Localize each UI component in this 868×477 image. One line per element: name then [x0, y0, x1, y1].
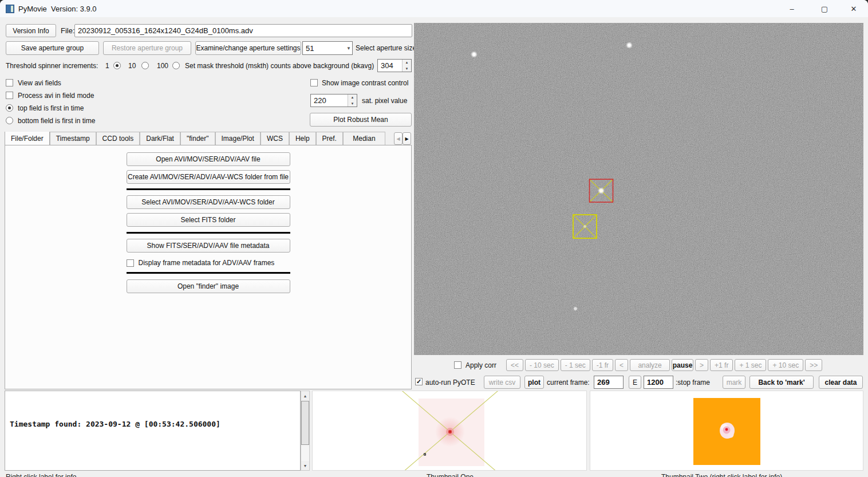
process-avi-field-mode-label: Process avi in field mode — [18, 89, 94, 102]
jump-end-button[interactable]: >> — [805, 359, 822, 371]
examine-aperture-settings-button[interactable]: Examine/change aperture settings — [195, 41, 301, 55]
increment-1-label: 1 — [105, 59, 109, 72]
image-view[interactable] — [414, 23, 863, 355]
process-avi-field-mode-checkbox[interactable] — [6, 92, 13, 99]
increment-10-radio[interactable] — [141, 62, 149, 69]
analyze-button[interactable]: analyze — [630, 359, 670, 371]
restore-aperture-group-button[interactable]: Restore aperture group — [103, 41, 191, 55]
jump-start-button[interactable]: << — [506, 359, 523, 371]
log-line: Timestamp found: 2023-09-12 @ [00:53:42.… — [10, 466, 220, 471]
tab-timestamp[interactable]: Timestamp — [50, 132, 96, 145]
scroll-down-icon[interactable]: ▼ — [301, 461, 309, 470]
open-finder-image-button[interactable]: Open "finder" image — [127, 279, 290, 293]
window-title: PyMovie Version: 3.9.0 — [18, 0, 97, 17]
aperture-size-label: Select aperture size — [356, 41, 416, 55]
display-frame-metadata-row: Display frame metadata for ADV/AAV frame… — [127, 259, 290, 267]
scroll-up-icon[interactable]: ▲ — [301, 391, 309, 400]
file-input[interactable]: 20230912_005316_1624x1240_G24dB_0100ms.a… — [74, 24, 412, 37]
tab-scroll-left-icon[interactable]: ◀ — [394, 132, 403, 145]
auto-run-pyote-checkbox[interactable]: ✓ — [415, 378, 423, 385]
scrollbar-thumb[interactable] — [301, 401, 309, 445]
sat-pixel-spinner[interactable]: 220 ▲▼ — [310, 94, 357, 107]
threshold-increments-label: Threshold spinner increments: — [6, 59, 98, 72]
display-frame-metadata-checkbox[interactable] — [127, 259, 134, 267]
increment-1-radio[interactable] — [113, 62, 121, 69]
app-icon — [6, 5, 14, 13]
separator — [127, 232, 290, 234]
file-folder-panel: Open AVI/MOV/SER/ADV/AAV file Create AVI… — [5, 145, 412, 389]
increment-100-radio[interactable] — [172, 62, 180, 69]
tab-median[interactable]: Median — [343, 132, 385, 145]
aperture-size-select[interactable]: 51 ▼ — [302, 41, 353, 55]
back-to-mark-button[interactable]: Back to 'mark' — [749, 376, 814, 389]
auto-run-pyote-label: auto-run PyOTE — [425, 376, 475, 389]
plot-robust-mean-button[interactable]: Plot Robust Mean — [310, 113, 412, 127]
tab-file-folder[interactable]: File/Folder — [5, 132, 50, 145]
mark-button[interactable]: mark — [723, 376, 745, 389]
increment-100-label: 100 — [157, 59, 168, 72]
star — [471, 51, 478, 58]
chevron-down-icon: ▼ — [346, 46, 351, 51]
thumbnail-one[interactable] — [312, 391, 587, 471]
stop-frame-field[interactable]: 1200 — [644, 376, 673, 389]
log-scrollbar[interactable]: ▲ ▼ — [301, 391, 310, 471]
tab-ccd-tools[interactable]: CCD tools — [96, 132, 140, 145]
tab-wcs[interactable]: WCS — [261, 132, 289, 145]
log-lines: Timestamp found: 2023-09-12 @ [00:53:42.… — [10, 391, 220, 471]
tab-dark-flat[interactable]: Dark/Flat — [140, 132, 180, 145]
create-wcs-folder-button[interactable]: Create AVI/MOV/SER/ADV/AAV-WCS folder fr… — [127, 170, 290, 184]
fwd-10sec-button[interactable]: + 10 sec — [768, 359, 803, 371]
log-panel[interactable]: Timestamp found: 2023-09-12 @ [00:53:42.… — [5, 391, 301, 471]
select-wcs-folder-button[interactable]: Select AVI/MOV/SER/ADV/AAV-WCS folder — [127, 195, 290, 209]
thumbnail-two[interactable] — [590, 391, 863, 471]
step-back-button[interactable]: < — [615, 359, 628, 371]
e-button[interactable]: E — [629, 376, 641, 389]
star-center — [449, 431, 451, 433]
maximize-button[interactable]: ▢ — [811, 0, 838, 17]
pause-button[interactable]: pause — [672, 359, 693, 371]
mask-blob-core — [725, 428, 728, 431]
apply-corr-checkbox[interactable] — [454, 361, 461, 369]
back-10sec-button[interactable]: - 10 sec — [525, 359, 559, 371]
mask-threshold-spinner[interactable]: 304 ▲▼ — [377, 59, 412, 72]
show-contrast-control-checkbox[interactable] — [310, 79, 318, 86]
version-info-button[interactable]: Version Info — [6, 24, 56, 37]
tab-scroll-right-icon[interactable]: ▶ — [403, 132, 411, 145]
open-avi-file-button[interactable]: Open AVI/MOV/SER/ADV/AAV file — [127, 152, 290, 166]
spin-down-icon: ▼ — [348, 101, 357, 107]
clear-data-button[interactable]: clear data — [819, 376, 863, 389]
fwd-1sec-button[interactable]: + 1 sec — [735, 359, 766, 371]
select-fits-folder-button[interactable]: Select FITS folder — [127, 213, 290, 227]
tab-image-plot[interactable]: Image/Plot — [215, 132, 261, 145]
top-field-first-label: top field is first in time — [18, 101, 84, 115]
save-aperture-group-button[interactable]: Save aperture group — [6, 41, 99, 55]
back-1sec-button[interactable]: - 1 sec — [561, 359, 590, 371]
title-bar: PyMovie Version: 3.9.0 – ▢ ✕ — [0, 0, 868, 17]
apply-corr-label: Apply corr — [465, 359, 496, 371]
minimize-button[interactable]: – — [779, 0, 805, 17]
close-button[interactable]: ✕ — [841, 0, 867, 17]
faint-star — [520, 206, 523, 208]
log-line: Timestamp found: 2023-09-12 @ [00:53:42.… — [10, 416, 220, 432]
write-csv-button[interactable]: write csv — [484, 376, 520, 389]
star — [573, 306, 578, 311]
show-contrast-control-label: Show image contrast control — [322, 76, 408, 89]
fwd-1frame-button[interactable]: +1 fr — [710, 359, 733, 371]
bottom-field-first-label: bottom field is first in time — [18, 114, 95, 127]
back-1frame-button[interactable]: -1 fr — [592, 359, 613, 371]
step-forward-button[interactable]: > — [695, 359, 708, 371]
tab-bar: File/Folder Timestamp CCD tools Dark/Fla… — [5, 132, 394, 145]
current-frame-field[interactable]: 269 — [594, 376, 624, 389]
tab-help[interactable]: Help — [289, 132, 316, 145]
tab-pref[interactable]: Pref. — [316, 132, 343, 145]
file-label: File: — [61, 24, 75, 37]
thumbnail-one-footer-label: Thumbnail One — [427, 473, 474, 477]
tab-finder[interactable]: "finder" — [180, 132, 215, 145]
view-avi-fields-label: View avi fields — [18, 76, 61, 89]
top-field-first-radio[interactable] — [6, 104, 13, 112]
show-metadata-button[interactable]: Show FITS/SER/ADV/AAV file metadata — [127, 239, 290, 253]
plot-button[interactable]: plot — [524, 376, 544, 389]
view-avi-fields-checkbox[interactable] — [6, 79, 13, 86]
spin-down-icon: ▼ — [403, 66, 411, 72]
bottom-field-first-radio[interactable] — [6, 117, 13, 124]
